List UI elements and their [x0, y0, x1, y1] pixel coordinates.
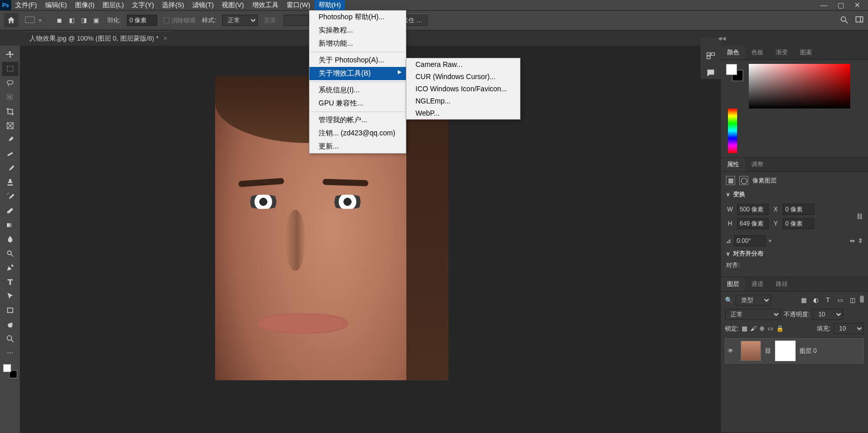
- flip-h-icon[interactable]: ⇔: [850, 237, 855, 244]
- feather-input[interactable]: [127, 15, 157, 26]
- plugin-cur[interactable]: CUR (Windows Cursor)...: [406, 70, 520, 83]
- plugin-webp[interactable]: WebP...: [406, 107, 520, 119]
- tab-layers[interactable]: 图层: [721, 277, 745, 291]
- tool-quick-select[interactable]: [2, 90, 18, 104]
- tab-patterns[interactable]: 图案: [794, 46, 818, 59]
- antialias-checkbox[interactable]: [163, 17, 169, 23]
- close-icon[interactable]: ✕: [854, 1, 860, 9]
- menu-help[interactable]: 帮助(H): [315, 0, 345, 11]
- marquee-tool-preset[interactable]: ▾: [24, 16, 42, 25]
- flip-v-icon[interactable]: ⇕: [858, 237, 863, 244]
- lock-artboard-icon[interactable]: ▭: [768, 325, 773, 332]
- color-field[interactable]: [749, 64, 850, 109]
- tab-color[interactable]: 颜色: [721, 46, 745, 59]
- help-about-plugins[interactable]: 关于增效工具(B): [309, 67, 406, 80]
- menu-file[interactable]: 文件(F): [11, 0, 41, 11]
- blend-mode-select[interactable]: 正常: [725, 309, 781, 320]
- filter-shape-icon[interactable]: ▭: [836, 296, 845, 305]
- tool-path-select[interactable]: [2, 289, 18, 303]
- tool-move[interactable]: [2, 48, 18, 62]
- x-value-input[interactable]: [783, 204, 814, 215]
- style-select[interactable]: 正常: [222, 15, 258, 26]
- tool-dodge[interactable]: [2, 246, 18, 261]
- help-photoshop-help[interactable]: Photoshop 帮助(H)...: [309, 11, 406, 24]
- minimize-icon[interactable]: —: [820, 1, 827, 9]
- foreground-color-swatch[interactable]: [3, 364, 11, 372]
- lock-transparency-icon[interactable]: ▦: [742, 325, 747, 332]
- layer-thumbnail[interactable]: [741, 341, 761, 361]
- help-gpu-compat[interactable]: GPU 兼容性...: [309, 97, 406, 110]
- link-wh-icon[interactable]: ⛓: [857, 213, 863, 220]
- tool-crop[interactable]: [2, 104, 18, 119]
- plugin-ico[interactable]: ICO Windows Icon/Favicon...: [406, 83, 520, 95]
- panel-collapse-icon[interactable]: ◀◀: [718, 35, 726, 41]
- filter-text-icon[interactable]: T: [823, 296, 832, 305]
- help-updates[interactable]: 更新...: [309, 140, 406, 153]
- filter-search-icon[interactable]: 🔍: [725, 297, 733, 304]
- menu-view[interactable]: 视图(V): [218, 0, 248, 11]
- filter-kind-select[interactable]: 类型: [736, 295, 771, 306]
- tool-hand[interactable]: [2, 317, 18, 332]
- maximize-icon[interactable]: ▢: [838, 1, 844, 9]
- tool-stamp[interactable]: [2, 175, 18, 190]
- tab-adjustments[interactable]: 调整: [745, 158, 770, 171]
- menu-layer[interactable]: 图层(L): [98, 0, 128, 11]
- help-manage-account[interactable]: 管理我的帐户...: [309, 114, 406, 127]
- color-fgbg[interactable]: [726, 64, 743, 81]
- dock-libraries-icon[interactable]: [705, 50, 717, 62]
- help-system-info[interactable]: 系统信息(I)...: [309, 84, 406, 97]
- filter-smart-icon[interactable]: ◫: [848, 296, 857, 305]
- menu-window[interactable]: 窗口(W): [283, 0, 315, 11]
- plugin-camera-raw[interactable]: Camera Raw...: [406, 58, 520, 70]
- tool-history-brush[interactable]: [2, 190, 18, 204]
- menu-filter[interactable]: 滤镜(T): [188, 0, 218, 11]
- filter-adjust-icon[interactable]: ◐: [811, 296, 820, 305]
- tool-brush[interactable]: [2, 161, 18, 175]
- search-icon[interactable]: [840, 15, 849, 26]
- tab-paths[interactable]: 路径: [770, 277, 794, 291]
- menu-select[interactable]: 选择(S): [158, 0, 188, 11]
- tool-marquee[interactable]: [2, 62, 18, 76]
- selection-add-icon[interactable]: ◧: [66, 15, 77, 25]
- lock-image-icon[interactable]: 🖌: [750, 325, 756, 332]
- tool-text[interactable]: [2, 275, 18, 289]
- foreground-background-colors[interactable]: [3, 364, 17, 378]
- tool-frame[interactable]: [2, 119, 18, 133]
- height-value-input[interactable]: [737, 218, 769, 229]
- menu-plugins[interactable]: 增效工具: [248, 0, 283, 11]
- menu-text[interactable]: 文字(Y): [128, 0, 158, 11]
- width-value-input[interactable]: [737, 204, 769, 215]
- align-section-header[interactable]: 对齐并分布: [726, 249, 863, 258]
- selection-new-icon[interactable]: ◼: [54, 15, 64, 25]
- tab-swatches[interactable]: 色板: [745, 46, 770, 59]
- layer-mask-thumbnail[interactable]: [775, 341, 795, 361]
- lock-all-icon[interactable]: 🔒: [776, 325, 784, 332]
- opacity-select[interactable]: 100%: [813, 309, 843, 320]
- menu-image[interactable]: 图像(I): [71, 0, 98, 11]
- tab-properties[interactable]: 属性: [721, 158, 745, 171]
- help-about-photoshop[interactable]: 关于 Photoshop(A)...: [309, 54, 406, 67]
- tool-shape[interactable]: [2, 303, 18, 317]
- plugin-nglemp[interactable]: NGLEmp...: [406, 95, 520, 107]
- tool-eyedropper[interactable]: [2, 133, 18, 147]
- layer-row[interactable]: 👁 ⛓ 图层 0: [725, 338, 864, 364]
- lock-position-icon[interactable]: ⊕: [759, 325, 765, 332]
- layer-link-icon[interactable]: ⛓: [765, 347, 771, 354]
- help-tutorials[interactable]: 实操教程...: [309, 24, 406, 37]
- filter-pixel-icon[interactable]: ▦: [799, 296, 808, 305]
- fill-select[interactable]: 100%: [834, 323, 864, 334]
- layer-name-label[interactable]: 图层 0: [800, 347, 817, 355]
- tool-pen[interactable]: [2, 261, 18, 275]
- help-sign-out[interactable]: 注销... (zd423@qq.com): [309, 127, 406, 140]
- visibility-icon[interactable]: 👁: [727, 347, 737, 354]
- selection-intersect-icon[interactable]: ▣: [91, 15, 101, 25]
- document-tab[interactable]: 人物效果.jpg @ 100% (图层 0, 图层蒙版/8) * ×: [24, 31, 172, 45]
- hue-bar[interactable]: [728, 109, 737, 153]
- help-whats-new[interactable]: 新增功能...: [309, 37, 406, 50]
- dock-comments-icon[interactable]: [705, 67, 717, 79]
- tab-gradients[interactable]: 渐变: [770, 46, 794, 59]
- tab-close-icon[interactable]: ×: [163, 34, 167, 42]
- tool-edit-toolbar[interactable]: ⋯: [2, 346, 18, 360]
- transform-section-header[interactable]: 变换: [726, 190, 863, 199]
- tool-lasso[interactable]: [2, 76, 18, 90]
